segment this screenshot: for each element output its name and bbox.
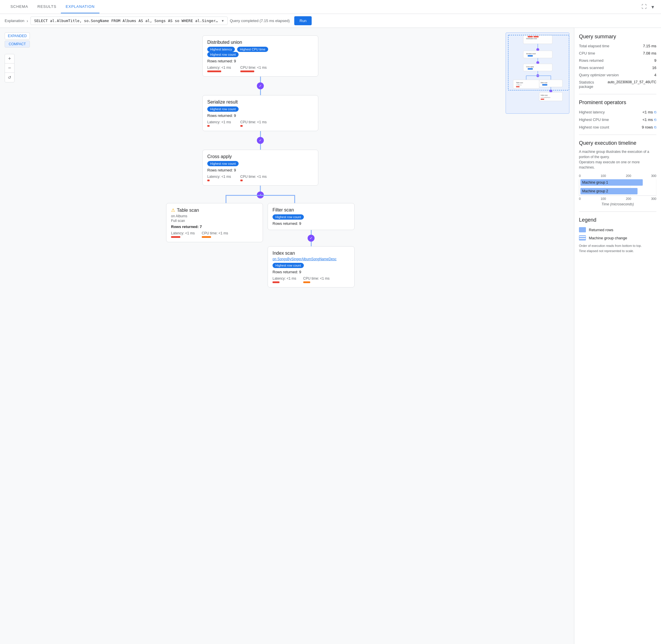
- fullscreen-button[interactable]: ⛶: [640, 3, 648, 11]
- badge-highest-row-count-fs: Highest row count: [273, 214, 304, 220]
- stat-label-rows-returned: Rows returned: [579, 58, 604, 63]
- tab-schema[interactable]: SCHEMA: [6, 0, 33, 13]
- svg-text:Cross apply: Cross apply: [526, 66, 534, 68]
- svg-rect-2: [528, 36, 533, 38]
- breadcrumb-label: Explanation: [5, 19, 24, 23]
- tab-results[interactable]: RESULTS: [33, 0, 61, 13]
- link-icon-cpu[interactable]: ⎋: [654, 117, 656, 122]
- stat-value-rows-scanned: 16: [652, 66, 656, 70]
- query-text: SELECT al.AlbumTitle, so.SongName FROM A…: [34, 19, 219, 23]
- run-button[interactable]: Run: [294, 16, 312, 25]
- sr-latency-bar: [207, 125, 210, 127]
- fork-left-line: [226, 195, 227, 203]
- svg-rect-22: [516, 86, 520, 87]
- legend-label-machine-group-change: Machine group change: [589, 236, 627, 240]
- distributed-union-rows: Rows returned: 9: [207, 59, 313, 63]
- table-scan-rows: Rows returned: 7: [171, 225, 258, 229]
- timeline-bar-1: Machine group 1: [581, 179, 643, 186]
- table-scan-subtitle1: on Albums: [171, 214, 258, 218]
- top-tabs-bar: SCHEMA RESULTS EXPLANATION ⛶ ▾: [0, 0, 661, 14]
- expanded-view-button[interactable]: EXPANDED: [5, 32, 30, 40]
- svg-rect-3: [534, 36, 539, 38]
- connector-2b: [260, 144, 261, 150]
- prom-value-rowcount: 9 rows ⎋: [642, 125, 656, 130]
- is-cpu-label: CPU time: <1 ms: [303, 276, 330, 280]
- fork-row: ⚠ Table scan on Albums Full scan Rows re…: [166, 203, 355, 288]
- zoom-in-button[interactable]: +: [5, 54, 14, 64]
- compact-view-button[interactable]: COMPACT: [5, 41, 30, 48]
- svg-text:Distributed union: Distributed union: [526, 38, 537, 40]
- connector-1b: [260, 89, 261, 95]
- badge-highest-row-count-du: Highest row count: [207, 52, 239, 57]
- link-icon-latency[interactable]: ⎋: [654, 110, 656, 114]
- prom-label-latency: Highest latency: [579, 110, 605, 114]
- svg-text:Index scan: Index scan: [541, 94, 548, 96]
- stat-value-cpu-time: 7.08 ms: [643, 51, 656, 55]
- zoom-out-button[interactable]: −: [5, 64, 14, 73]
- stat-row-stats-pkg: Statistics package auto_20230608_17_57_4…: [579, 80, 656, 89]
- stat-value-rows-returned: 9: [654, 58, 656, 63]
- du-cpu-bar: [240, 70, 254, 72]
- prom-value-cpu: <1 ms ⎋: [642, 117, 656, 122]
- legend-box-solid: [579, 227, 586, 232]
- ts-latency-label: Latency: <1 ms: [171, 231, 195, 235]
- filter-scan-rows: Rows returned: 9: [273, 221, 350, 226]
- prom-row-cpu: Highest CPU time <1 ms ⎋: [579, 117, 656, 122]
- circle-connector-4: ✓: [308, 235, 314, 242]
- fork-h-line: [226, 195, 295, 196]
- table-scan-title: Table scan: [177, 208, 199, 213]
- index-scan-node: Index scan on SongsBySingerAlbumSongName…: [267, 246, 355, 288]
- index-scan-subtitle: on SongsBySingerAlbumSongNameDesc: [273, 257, 350, 261]
- stat-label-cpu-time: CPU time: [579, 51, 595, 55]
- svg-rect-13: [528, 68, 533, 70]
- sr-cpu-label: CPU time: <1 ms: [240, 120, 267, 124]
- legend-item-returned-rows: Returned rows: [579, 227, 656, 232]
- svg-text:Filter scan: Filter scan: [541, 82, 547, 84]
- stat-value-optimizer: 4: [654, 73, 656, 77]
- filter-scan-wrapper: Filter scan Highest row count Rows retur…: [267, 203, 355, 288]
- badge-highest-row-count-ca: Highest row count: [207, 161, 239, 166]
- is-latency-bar: [273, 281, 280, 283]
- serialize-result-node: Serialize result Highest row count Rows …: [203, 95, 318, 131]
- tab-explanation[interactable]: EXPLANATION: [61, 0, 99, 13]
- ca-cpu-label: CPU time: <1 ms: [240, 175, 267, 179]
- connector-2: [260, 131, 261, 137]
- timeline-bar-2: Machine group 2: [581, 188, 638, 194]
- stat-label-rows-scanned: Rows scanned: [579, 66, 604, 70]
- ts-cpu-bar: [202, 236, 211, 238]
- stat-row-optimizer: Query optimizer version 4: [579, 73, 656, 77]
- svg-text:on SongsBySinger...: on SongsBySinger...: [541, 97, 551, 98]
- connector-3: [260, 186, 261, 191]
- timeline-title: Query execution timeline: [579, 140, 656, 146]
- fork-right-line: [294, 195, 295, 203]
- sr-cpu-bar: [240, 125, 243, 127]
- prom-row-latency: Highest latency <1 ms ⎋: [579, 110, 656, 114]
- timeline-chart: Machine group 1 Machine group 2: [579, 179, 656, 196]
- badge-highest-row-count-sr: Highest row count: [207, 107, 239, 112]
- prominent-operators-section: Prominent operators Highest latency <1 m…: [579, 99, 656, 130]
- stat-row-cpu-time: CPU time 7.08 ms: [579, 51, 656, 55]
- circle-connector-1: ✓: [257, 83, 264, 89]
- is-cpu-bar: [303, 281, 310, 283]
- query-selector[interactable]: SELECT al.AlbumTitle, so.SongName FROM A…: [30, 17, 228, 25]
- query-status: Query completed (7.15 ms elapsed): [230, 19, 290, 23]
- serialize-result-rows: Rows returned: 9: [207, 113, 313, 118]
- badge-highest-row-count-is: Highest row count: [273, 263, 304, 268]
- ca-cpu-bar: [240, 180, 243, 181]
- divider-1: [579, 94, 656, 94]
- timeline-x-axis-label: Time (microseconds): [579, 202, 656, 206]
- breadcrumb-bar: Explanation › SELECT al.AlbumTitle, so.S…: [0, 14, 661, 28]
- link-icon-rowcount[interactable]: ⎋: [654, 125, 656, 130]
- main-layout: EXPANDED COMPACT + − ↺ Distributed union…: [0, 28, 661, 644]
- ts-cpu-label: CPU time: <1 ms: [202, 231, 228, 235]
- expand-button[interactable]: ▾: [650, 3, 655, 11]
- prom-label-rowcount: Highest row count: [579, 125, 609, 130]
- connector-fs-2: [311, 242, 312, 246]
- reset-zoom-button[interactable]: ↺: [5, 73, 14, 82]
- ca-latency-bar: [207, 180, 210, 181]
- prominent-operators-title: Prominent operators: [579, 99, 656, 106]
- minimap: Distributed union Serialize result Cross…: [505, 32, 569, 114]
- stat-label-stats-pkg: Statistics package: [579, 80, 608, 89]
- stat-row-rows-returned: Rows returned 9: [579, 58, 656, 63]
- prom-label-cpu: Highest CPU time: [579, 117, 609, 122]
